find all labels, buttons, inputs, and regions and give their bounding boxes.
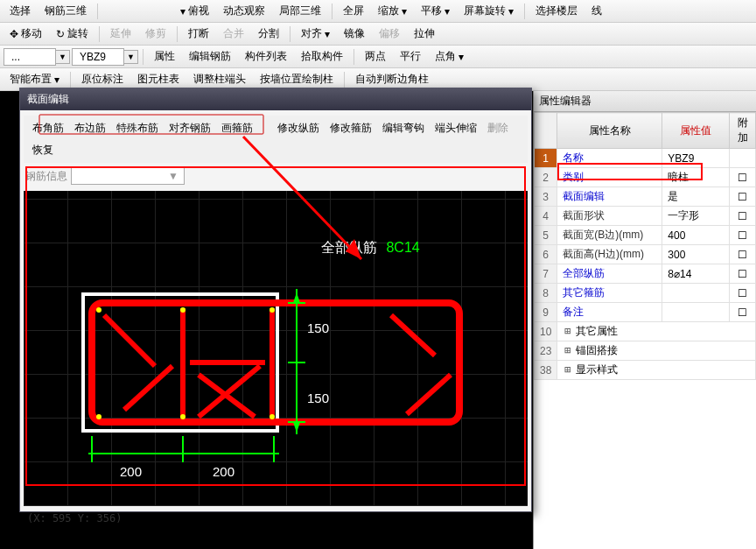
btn-stretch[interactable]: 拉伸 <box>408 24 441 44</box>
toolbar-row-0: 选择 钢筋三维 ▾ 俯视 动态观察 局部三维 全屏 缩放 ▾ 平移 ▾ 屏幕旋转… <box>0 0 756 23</box>
dialog-title[interactable]: 截面编辑 <box>20 88 531 110</box>
btn-attr[interactable]: 属性 <box>148 46 181 67</box>
table-row[interactable]: 8其它箍筋☐ <box>535 284 756 303</box>
dim-v2: 150 <box>307 391 329 405</box>
table-row[interactable]: 4截面形状一字形☐ <box>535 207 756 226</box>
dim-h1: 200 <box>120 464 142 479</box>
dlg-action-4[interactable]: 删除 <box>484 119 512 137</box>
btn-merge[interactable]: 合并 <box>217 24 250 44</box>
property-panel: 属性编辑器 属性名称 属性值 附加 1名称YBZ92类别暗柱☐3截面编辑是☐4截… <box>533 91 756 549</box>
table-group-row[interactable]: 10⊞ 其它属性 <box>535 322 756 341</box>
dlg-tab-2[interactable]: 特殊布筋 <box>113 119 162 137</box>
table-row[interactable]: 5截面宽(B边)(mm)400☐ <box>535 226 756 245</box>
btn-sellayer[interactable]: 选择楼层 <box>529 1 584 21</box>
btn-originmark[interactable]: 原位标注 <box>75 69 130 89</box>
toolbar-row-1: ✥ 移动 ↻ 旋转 延伸 修剪 打断 合并 分割 对齐 ▾ 镜像 偏移 拉伸 <box>0 23 756 46</box>
btn-line[interactable]: 线 <box>585 1 608 21</box>
table-group-row[interactable]: 23⊞ 锚固搭接 <box>535 341 756 361</box>
dlg-tab-3[interactable]: 对齐钢筋 <box>165 119 214 137</box>
btn-move[interactable]: ✥ 移动 <box>4 24 48 44</box>
btn-adjustend[interactable]: 调整柱端头 <box>187 69 252 89</box>
btn-break[interactable]: 打断 <box>182 24 215 44</box>
dlg-action-1[interactable]: 修改箍筋 <box>326 119 375 137</box>
table-row[interactable]: 3截面编辑是☐ <box>535 187 756 207</box>
table-row[interactable]: 6截面高(H边)(mm)300☐ <box>535 245 756 264</box>
table-row[interactable]: 2类别暗柱☐ <box>535 168 756 187</box>
btn-align[interactable]: 对齐 ▾ <box>295 24 336 44</box>
btn-offset[interactable]: 偏移 <box>373 24 406 44</box>
dlg-tab-4[interactable]: 画箍筋 <box>218 119 256 137</box>
property-table[interactable]: 属性名称 属性值 附加 1名称YBZ92类别暗柱☐3截面编辑是☐4截面形状一字形… <box>534 112 756 380</box>
btn-screenrot[interactable]: 屏幕旋转 ▾ <box>458 1 520 21</box>
btn-overview[interactable]: ▾ 俯视 <box>174 1 215 21</box>
property-panel-title: 属性编辑器 <box>534 91 756 112</box>
btn-twopoint[interactable]: 两点 <box>359 46 392 67</box>
dlg-action-0[interactable]: 修改纵筋 <box>274 119 323 137</box>
toolbar-row-2: ...▼ YBZ9▼ 属性 编辑钢筋 构件列表 拾取构件 两点 平行 点角 ▾ <box>0 46 756 68</box>
btn-trim[interactable]: 修剪 <box>139 24 172 44</box>
btn-complist[interactable]: 构件列表 <box>239 46 293 67</box>
btn-zoom[interactable]: 缩放 ▾ <box>372 1 413 21</box>
btn-part3d[interactable]: 局部三维 <box>273 1 327 21</box>
rebarinfo-select[interactable]: ▼ <box>71 167 185 185</box>
col-extra: 附加 <box>730 113 756 149</box>
btn-drawbypos[interactable]: 按墙位置绘制柱 <box>254 69 340 89</box>
btn-fullscreen[interactable]: 全屏 <box>337 1 370 21</box>
dialog-rebarinfo: 钢筋信息 ▼ <box>20 165 531 187</box>
dlg-action-5[interactable]: 恢复 <box>29 141 57 159</box>
dlg-action-2[interactable]: 编辑弯钩 <box>379 119 428 137</box>
table-row[interactable]: 1名称YBZ9 <box>535 149 756 168</box>
btn-autocorner[interactable]: 自动判断边角柱 <box>349 69 435 89</box>
btn-pickcomp[interactable]: 拾取构件 <box>295 46 349 67</box>
dim-h2: 200 <box>213 464 234 479</box>
dlg-tab-0[interactable]: 布角筋 <box>29 119 67 137</box>
dialog-tabs: 布角筋布边筋特殊布筋对齐钢筋画箍筋修改纵筋修改箍筋编辑弯钩端头伸缩删除恢复 <box>24 116 528 163</box>
btn-figcol[interactable]: 图元柱表 <box>131 69 186 89</box>
dlg-tab-1[interactable]: 布边筋 <box>71 119 109 137</box>
btn-rotate[interactable]: ↻ 旋转 <box>50 24 94 44</box>
section-edit-dialog: 截面编辑 布角筋布边筋特殊布筋对齐钢筋画箍筋修改纵筋修改箍筋编辑弯钩端头伸缩删除… <box>19 88 532 512</box>
rebar-label: 全部纵筋 8C14 <box>321 239 420 257</box>
btn-smartlayout[interactable]: 智能布置 ▾ <box>4 69 66 89</box>
btn-pan[interactable]: 平移 ▾ <box>415 1 456 21</box>
btn-rebar3d[interactable]: 钢筋三维 <box>38 1 93 21</box>
col-name: 属性名称 <box>557 113 662 149</box>
btn-editrebar[interactable]: 编辑钢筋 <box>183 46 237 67</box>
btn-select[interactable]: 选择 <box>4 1 37 21</box>
btn-split[interactable]: 分割 <box>252 24 285 44</box>
btn-extend[interactable]: 延伸 <box>104 24 137 44</box>
dialog-canvas[interactable]: 150 150 200 200 全部纵筋 8C14 <box>24 191 528 506</box>
dropdown-1[interactable]: ...▼ <box>4 48 70 66</box>
table-group-row[interactable]: 38⊞ 显示样式 <box>535 361 756 380</box>
btn-parallel[interactable]: 平行 <box>394 46 427 67</box>
dropdown-ybz9[interactable]: YBZ9▼ <box>72 48 138 66</box>
btn-mirror[interactable]: 镜像 <box>338 24 371 44</box>
btn-dynview[interactable]: 动态观察 <box>217 1 271 21</box>
table-row[interactable]: 7全部纵筋8⌀14☐ <box>535 264 756 284</box>
dialog-status: (X: 595 Y: 356) <box>20 510 531 527</box>
rebarinfo-label: 钢筋信息 <box>25 169 67 184</box>
dlg-action-3[interactable]: 端头伸缩 <box>431 119 480 137</box>
btn-pointangle[interactable]: 点角 ▾ <box>429 46 470 67</box>
col-value: 属性值 <box>662 113 730 149</box>
table-row[interactable]: 9备注☐ <box>535 303 756 322</box>
dim-v1: 150 <box>307 320 329 335</box>
